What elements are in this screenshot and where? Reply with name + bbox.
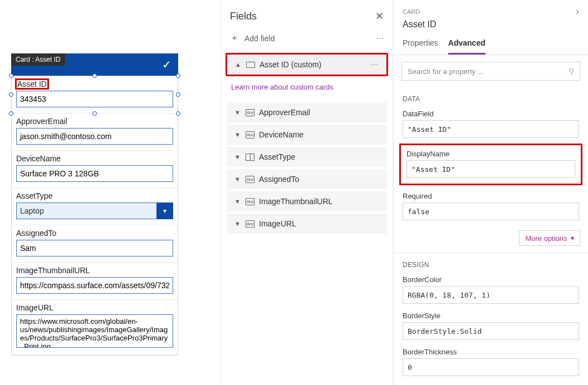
field-label: ImageURL	[16, 303, 173, 312]
abc-icon: Abc	[246, 198, 254, 205]
page-title: Asset ID	[394, 19, 588, 35]
chevron-up-icon: ▲	[235, 61, 242, 68]
canvas: Card : Asset ID ✓ Asset ID ApproverEmail…	[0, 0, 219, 385]
prop-input-required[interactable]	[403, 203, 579, 220]
prop-label: DataField	[403, 110, 579, 118]
field-item[interactable]: ▼ Abc ApproverEmail	[227, 102, 387, 122]
field-label: ImageThumbnailURL	[16, 266, 173, 275]
field-input[interactable]	[16, 128, 173, 145]
prop-label: BorderColor	[403, 275, 579, 284]
field-card[interactable]: ApproverEmail	[12, 113, 178, 151]
field-item-label: ImageThumbnailURL	[259, 197, 332, 206]
fields-panel: Fields ✕ ＋ Add field ⋯ ▲ Asset ID (custo…	[220, 0, 393, 385]
field-input[interactable]	[16, 277, 173, 294]
field-item-asset-id[interactable]: ▲ Asset ID (custom) ⋯	[226, 53, 388, 76]
chevron-down-icon: ▼	[234, 176, 241, 182]
prop-input-datafield[interactable]	[403, 120, 579, 138]
prop-label: DisplayName	[406, 150, 575, 158]
field-item-label: DeviceName	[259, 130, 303, 139]
more-icon[interactable]: ⋯	[371, 60, 379, 69]
field-item-label: Asset ID (custom)	[259, 60, 321, 69]
field-input[interactable]	[16, 240, 173, 256]
field-item-label: ApproverEmail	[259, 108, 310, 117]
chevron-down-icon: ▼	[234, 198, 241, 205]
field-item-label: AssignedTo	[259, 175, 299, 184]
prop-required: Required	[394, 190, 588, 226]
resize-handle[interactable]	[9, 111, 13, 116]
field-select[interactable]: Laptop ▾	[16, 203, 173, 219]
abc-icon: Abc	[246, 220, 254, 228]
field-item[interactable]: ▼ AssetType	[227, 147, 387, 167]
card-tooltip: Card : Asset ID	[11, 53, 65, 66]
prop-bordercolor: BorderColor	[394, 273, 588, 309]
section-data: DATA	[394, 87, 588, 107]
field-label: AssignedTo	[16, 229, 173, 238]
resize-handle[interactable]	[176, 73, 180, 78]
properties-panel: CARD › Asset ID Properties Advanced Sear…	[393, 0, 588, 385]
section-design: DESIGN	[394, 253, 588, 273]
learn-more-link[interactable]: Learn more about custom cards	[221, 77, 393, 100]
field-card[interactable]: AssetType Laptop ▾	[12, 188, 178, 225]
breadcrumb: CARD	[403, 8, 420, 15]
resize-handle[interactable]	[92, 111, 97, 116]
prop-datafield: DataField	[394, 107, 588, 144]
abc-icon: Abc	[246, 109, 254, 116]
property-search[interactable]: Search for a property ... ⚲	[401, 62, 580, 81]
field-item[interactable]: ▼ Abc AssignedTo	[227, 169, 387, 189]
field-item[interactable]: ▼ Abc ImageURL	[227, 214, 387, 234]
prop-label: Required	[403, 192, 579, 200]
chevron-down-icon: ▼	[234, 154, 241, 160]
abc-icon: Abc	[246, 176, 254, 183]
field-label: Asset ID	[16, 80, 48, 88]
prop-borderstyle: BorderStyle	[394, 309, 588, 345]
resize-handle[interactable]	[9, 73, 13, 78]
prop-input-borderstyle[interactable]	[403, 322, 579, 340]
field-card[interactable]: AssignedTo	[12, 225, 178, 263]
tabs: Properties Advanced	[394, 35, 588, 55]
more-options-label: More options	[525, 234, 567, 243]
prop-displayname-highlight: DisplayName	[399, 144, 582, 185]
add-field-label: Add field	[244, 34, 275, 43]
field-item-label: AssetType	[259, 152, 295, 161]
grid-icon	[246, 154, 254, 161]
field-label: ApproverEmail	[16, 117, 173, 126]
prop-borderthickness: BorderThickness	[394, 345, 588, 382]
field-item[interactable]: ▼ Abc DeviceName	[227, 125, 387, 145]
chevron-down-icon: ▼	[234, 131, 241, 138]
field-card[interactable]: ImageURL	[12, 300, 178, 355]
field-input[interactable]	[16, 165, 173, 182]
resize-handle[interactable]	[176, 92, 180, 97]
card-icon	[246, 62, 255, 68]
more-options-button[interactable]: More options ▾	[519, 230, 580, 246]
field-label: DeviceName	[16, 154, 173, 163]
add-field-button[interactable]: ＋ Add field	[230, 32, 275, 44]
chevron-down-icon: ▾	[571, 234, 574, 242]
fields-panel-title: Fields	[230, 11, 257, 22]
field-item[interactable]: ▼ Abc ImageThumbnailURL	[227, 191, 387, 211]
chevron-down-icon[interactable]: ▾	[156, 203, 173, 219]
resize-handle[interactable]	[92, 73, 97, 78]
form-body: Asset ID ApproverEmail DeviceName AssetT…	[11, 76, 178, 356]
search-icon: ⚲	[569, 67, 574, 76]
more-icon[interactable]: ⋯	[376, 34, 384, 43]
tab-advanced[interactable]: Advanced	[448, 35, 486, 55]
field-input-asset-id[interactable]	[16, 91, 173, 107]
prop-label: BorderThickness	[403, 348, 579, 356]
chevron-right-icon[interactable]: ›	[576, 6, 579, 17]
resize-handle[interactable]	[176, 111, 180, 116]
resize-handle[interactable]	[9, 92, 13, 97]
prop-input-bordercolor[interactable]	[403, 286, 579, 304]
field-card[interactable]: DeviceName	[12, 151, 178, 188]
prop-input-displayname[interactable]	[406, 160, 575, 178]
check-icon[interactable]: ✓	[162, 58, 171, 71]
chevron-down-icon: ▼	[234, 109, 241, 116]
search-placeholder: Search for a property ...	[408, 67, 484, 76]
plus-icon: ＋	[230, 32, 239, 44]
field-card-asset-id[interactable]: Asset ID	[12, 76, 178, 113]
prop-input-borderthickness[interactable]	[403, 358, 579, 376]
close-icon[interactable]: ✕	[375, 10, 384, 22]
abc-icon: Abc	[246, 131, 254, 139]
field-textarea[interactable]	[16, 314, 173, 348]
tab-properties[interactable]: Properties	[403, 35, 438, 55]
field-card[interactable]: ImageThumbnailURL	[12, 263, 178, 300]
